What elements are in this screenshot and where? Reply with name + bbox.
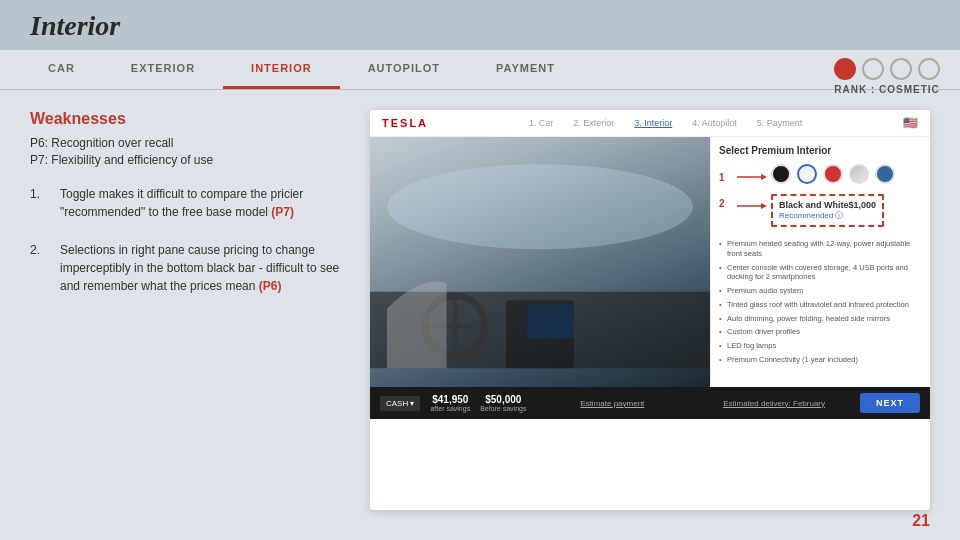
arrow-icon-2 <box>737 200 767 212</box>
weakness-p7: P7: Flexibility and efficiency of use <box>30 153 350 167</box>
feature-8: Premium Connectivity (1 year included) <box>719 353 922 367</box>
svg-marker-8 <box>761 174 767 180</box>
feature-list: Premium heated seating with 12-way, powe… <box>719 237 922 367</box>
weakness-p6: P6: Recognition over recall <box>30 136 350 150</box>
tab-autopilot[interactable]: AUTOPILOT <box>340 50 468 89</box>
tab-payment[interactable]: PAYMENT <box>468 50 583 89</box>
swatch-white[interactable] <box>797 164 817 184</box>
svg-marker-10 <box>761 203 767 209</box>
annotation-label-1: 1 <box>719 172 733 183</box>
tesla-step-2: 2. Exterior <box>573 118 614 128</box>
interior-gradient <box>370 137 710 387</box>
list-num-2: 2. <box>30 241 48 295</box>
feature-4: Tinted glass roof with ultraviolet and i… <box>719 298 922 312</box>
tesla-logo: TESLA <box>382 117 428 129</box>
feature-5: Auto dimming, power folding, heated side… <box>719 312 922 326</box>
tesla-header: TESLA 1. Car 2. Exterior 3. Interior 4. … <box>370 110 930 137</box>
header: Interior <box>0 0 960 50</box>
page-title: Interior <box>30 10 120 42</box>
swatch-silver[interactable] <box>849 164 869 184</box>
rank-circle-3 <box>890 58 912 80</box>
tab-interior[interactable]: INTERIOR <box>223 50 340 89</box>
tesla-step-5: 5. Payment <box>757 118 803 128</box>
rank-label: RANK : COSMETIC <box>834 84 940 95</box>
feature-3: Premium audio system <box>719 284 922 298</box>
tesla-nav-steps: 1. Car 2. Exterior 3. Interior 4. Autopi… <box>448 118 883 128</box>
highlight-p7: (P7) <box>271 205 294 219</box>
list-item-2: 2. Selections in right pane cause pricin… <box>30 241 350 295</box>
interior-background <box>370 137 710 387</box>
tab-exterior[interactable]: EXTERIOR <box>103 50 223 89</box>
right-panel: TESLA 1. Car 2. Exterior 3. Interior 4. … <box>370 110 930 510</box>
estimate-payment-link[interactable]: Estimate payment <box>536 399 688 408</box>
selection-box: Black and White $1,000 Recommended ⓘ <box>771 194 884 227</box>
swatch-black[interactable] <box>771 164 791 184</box>
rank-circle-2 <box>862 58 884 80</box>
rank-circle-1 <box>834 58 856 80</box>
price-sub-1: after savings <box>430 405 470 412</box>
list-text-1: Toggle makes it difficult to compare the… <box>60 185 350 221</box>
price-box-1: $41,950 after savings <box>430 394 470 412</box>
highlight-p6: (P6) <box>259 279 282 293</box>
price-main-2: $50,000 <box>480 394 526 405</box>
color-swatches <box>771 164 895 184</box>
arrow-icon-1 <box>737 171 767 183</box>
selection-name: Black and White $1,000 <box>779 200 876 210</box>
tesla-step-3[interactable]: 3. Interior <box>634 118 672 128</box>
tesla-step-1: 1. Car <box>529 118 554 128</box>
car-interior-image <box>370 137 710 387</box>
weaknesses-title: Weaknesses <box>30 110 350 128</box>
tesla-step-4: 4. Autopilot <box>692 118 737 128</box>
main-content: Weaknesses P6: Recognition over recall P… <box>0 90 960 530</box>
list-item-1: 1. Toggle makes it difficult to compare … <box>30 185 350 221</box>
price-box-2: $50,000 Before savings <box>480 394 526 412</box>
us-flag-icon: 🇺🇸 <box>903 116 918 130</box>
nav-tabs: CAR EXTERIOR INTERIOR AUTOPILOT PAYMENT <box>20 50 583 89</box>
weakness-list: 1. Toggle makes it difficult to compare … <box>30 185 350 295</box>
next-button[interactable]: NEXT <box>860 393 920 413</box>
delivery-link: Estimated delivery: February <box>698 399 850 408</box>
swatch-red[interactable] <box>823 164 843 184</box>
price-sub-2: Before savings <box>480 405 526 412</box>
mockup-bottom-bar: CASH ▾ $41,950 after savings $50,000 Bef… <box>370 387 930 419</box>
list-num-1: 1. <box>30 185 48 221</box>
rank-area: RANK : COSMETIC <box>834 58 940 95</box>
feature-6: Custom driver profiles <box>719 325 922 339</box>
rank-circles <box>834 58 940 80</box>
config-title: Select Premium Interior <box>719 145 922 156</box>
mockup-body: Select Premium Interior 1 <box>370 137 930 387</box>
navbar: CAR EXTERIOR INTERIOR AUTOPILOT PAYMENT … <box>0 50 960 90</box>
swatch-blue[interactable] <box>875 164 895 184</box>
tab-car[interactable]: CAR <box>20 50 103 89</box>
price-main-1: $41,950 <box>430 394 470 405</box>
feature-1: Premium heated seating with 12-way, powe… <box>719 237 922 261</box>
cash-dropdown[interactable]: CASH ▾ <box>380 396 420 411</box>
list-text-2: Selections in right pane cause pricing t… <box>60 241 350 295</box>
annotation-label-2: 2 <box>719 198 733 209</box>
page-number: 21 <box>912 512 930 530</box>
left-panel: Weaknesses P6: Recognition over recall P… <box>30 110 350 510</box>
selection-sub[interactable]: Recommended ⓘ <box>779 210 876 221</box>
feature-2: Center console with covered storage, 4 U… <box>719 261 922 285</box>
config-section: Select Premium Interior 1 <box>710 137 930 387</box>
rank-circle-4 <box>918 58 940 80</box>
feature-7: LED fog lamps <box>719 339 922 353</box>
